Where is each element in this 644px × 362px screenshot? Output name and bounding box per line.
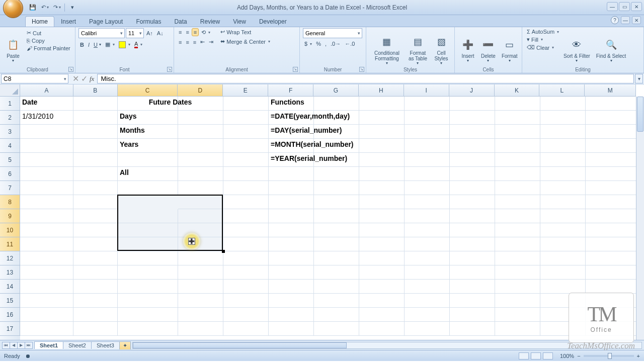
col-header-J[interactable]: J (449, 84, 495, 97)
tab-formulas[interactable]: Formulas (129, 16, 168, 27)
col-header-A[interactable]: A (20, 84, 73, 97)
zoom-slider[interactable] (584, 355, 634, 357)
underline-button[interactable]: U▾ (92, 41, 103, 48)
row-header-15[interactable]: 15 (0, 294, 20, 308)
cell-F5[interactable]: =YEAR(serial_number) (269, 153, 314, 167)
col-header-M[interactable]: M (585, 84, 636, 97)
fx-icon[interactable]: fx (90, 75, 94, 83)
align-top-button[interactable]: ≡ (177, 29, 183, 36)
bold-button[interactable]: B (78, 41, 86, 48)
number-launcher-icon[interactable]: ↘ (359, 67, 364, 72)
vscroll-thumb[interactable] (637, 97, 643, 132)
col-header-H[interactable]: H (359, 84, 404, 97)
row-header-10[interactable]: 10 (0, 223, 20, 237)
wrap-text-button[interactable]: ↩Wrap Text (219, 28, 272, 36)
fill-button[interactable]: ▾Fill (525, 36, 560, 43)
help-icon[interactable]: ? (611, 16, 619, 24)
row-header-6[interactable]: 6 (0, 167, 20, 181)
number-format-combo[interactable]: General (303, 28, 362, 38)
align-bottom-button[interactable]: ≡ (192, 28, 199, 36)
zoom-thumb[interactable] (608, 353, 612, 359)
font-color-button[interactable]: A (133, 40, 144, 49)
col-header-B[interactable]: B (73, 84, 118, 97)
orientation-button[interactable]: ⟲ (200, 29, 212, 36)
col-header-K[interactable]: K (495, 84, 540, 97)
page-break-view-button[interactable] (543, 352, 553, 359)
cell-F1[interactable]: Functions (269, 97, 314, 111)
cell-C2[interactable]: Days (118, 111, 178, 125)
copy-button[interactable]: ⎘Copy (25, 37, 72, 44)
increase-decimal-button[interactable]: .0→ (329, 40, 342, 47)
font-launcher-icon[interactable]: ↘ (167, 67, 172, 72)
decrease-indent-button[interactable]: ⇤ (199, 38, 206, 46)
formula-bar[interactable]: Misc. (97, 74, 634, 83)
cell-F3[interactable]: =DAY(serial_number) (269, 125, 314, 139)
cut-button[interactable]: ✂Cut (25, 29, 72, 37)
enter-formula-icon[interactable]: ✓ (81, 74, 88, 83)
col-header-F[interactable]: F (268, 84, 313, 97)
clear-button[interactable]: ⌫Clear (525, 44, 560, 51)
align-left-button[interactable]: ≡ (177, 39, 183, 46)
font-name-combo[interactable]: Calibri (78, 28, 125, 38)
cancel-formula-icon[interactable]: ✕ (72, 74, 79, 83)
row-header-13[interactable]: 13 (0, 265, 20, 280)
sheet-nav-last-icon[interactable]: ⏭ (25, 342, 33, 349)
undo-icon[interactable]: ↶ (40, 3, 49, 12)
row-header-1[interactable]: 1 (0, 97, 20, 111)
col-header-E[interactable]: E (223, 84, 268, 97)
qat-customize-icon[interactable]: ▾ (68, 3, 77, 12)
vertical-scrollbar[interactable] (636, 97, 644, 340)
sheet-nav-prev-icon[interactable]: ◀ (10, 342, 18, 349)
italic-button[interactable]: I (87, 41, 91, 48)
decrease-decimal-button[interactable]: ←.0 (343, 40, 356, 47)
format-cells-button[interactable]: ▭Format▾ (499, 28, 521, 73)
row-header-4[interactable]: 4 (0, 139, 20, 153)
row-header-3[interactable]: 3 (0, 125, 20, 139)
alignment-launcher-icon[interactable]: ↘ (293, 67, 298, 72)
maximize-button[interactable]: ▭ (619, 2, 630, 11)
macro-record-icon[interactable]: ⏺ (25, 353, 31, 359)
cell-C1[interactable]: Future Dates (118, 97, 223, 111)
row-header-9[interactable]: 9 (0, 209, 20, 223)
col-header-C[interactable]: C (118, 84, 178, 97)
row-header-7[interactable]: 7 (0, 181, 20, 195)
border-button[interactable]: ▦ (104, 41, 116, 48)
row-header-8[interactable]: 8 (0, 195, 20, 209)
insert-cells-button[interactable]: ➕Insert▾ (458, 28, 478, 73)
redo-icon[interactable]: ↷ (52, 3, 61, 12)
tab-home[interactable]: Home (25, 16, 54, 27)
merge-center-button[interactable]: ⬌Merge & Center (219, 38, 272, 45)
cell-C4[interactable]: Years (118, 139, 178, 153)
font-size-combo[interactable]: 11 (126, 28, 144, 38)
format-as-table-button[interactable]: ▤Format as Table▾ (405, 28, 431, 73)
name-box[interactable]: C8 (1, 74, 68, 83)
clipboard-launcher-icon[interactable]: ↘ (68, 67, 73, 72)
hscroll-thumb[interactable] (133, 342, 347, 348)
tab-developer[interactable]: Developer (253, 16, 293, 27)
currency-button[interactable]: $ (303, 40, 313, 47)
zoom-out-button[interactable]: − (577, 353, 580, 359)
sheet-tab-sheet1[interactable]: Sheet1 (34, 341, 63, 349)
align-right-button[interactable]: ≡ (192, 39, 198, 46)
shrink-font-button[interactable]: A↓ (155, 30, 165, 37)
cell-C6[interactable]: All (118, 167, 178, 181)
tab-view[interactable]: View (226, 16, 253, 27)
row-header-14[interactable]: 14 (0, 280, 20, 294)
find-select-button[interactable]: 🔍Find & Select▾ (593, 28, 629, 73)
row-header-16[interactable]: 16 (0, 308, 20, 322)
cell-C3[interactable]: Months (118, 125, 178, 139)
cell-F2[interactable]: =DATE(year,month,day) (269, 111, 314, 125)
new-sheet-button[interactable]: ✦ (119, 341, 131, 349)
row-header-11[interactable]: 11 (0, 237, 20, 251)
col-header-D[interactable]: D (178, 84, 223, 97)
align-middle-button[interactable]: ≡ (184, 29, 190, 36)
percent-button[interactable]: % (314, 40, 323, 47)
align-center-button[interactable]: ≡ (184, 39, 190, 46)
comma-button[interactable]: , (324, 40, 328, 47)
sort-filter-button[interactable]: 👁Sort & Filter▾ (560, 28, 593, 73)
zoom-in-button[interactable]: + (637, 353, 640, 359)
ribbon-minimize-icon[interactable]: — (621, 16, 630, 24)
paste-button[interactable]: 📋 Paste ▾ (3, 28, 23, 73)
row-header-2[interactable]: 2 (0, 111, 20, 125)
cell-A2[interactable]: 1/31/2010 (20, 111, 73, 125)
